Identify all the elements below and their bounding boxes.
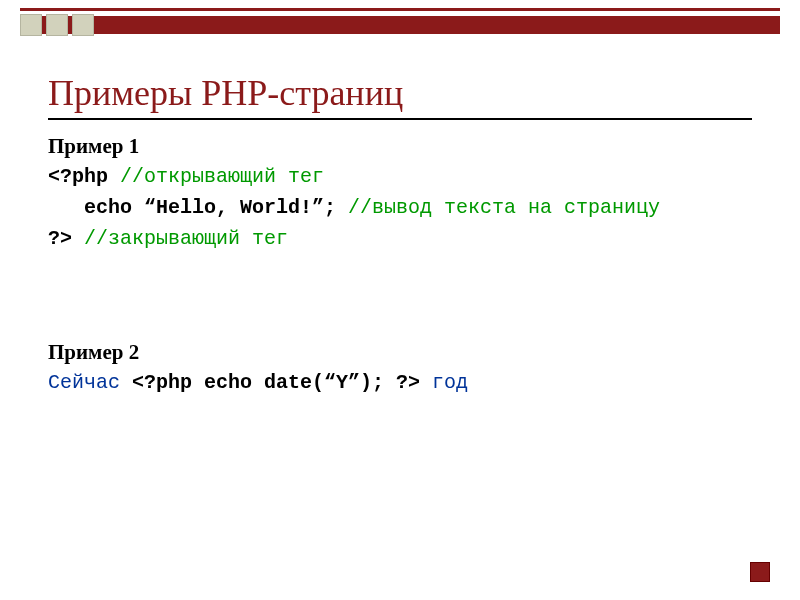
code-line: echo “Hello, World!”; //вывод текста на …	[48, 192, 752, 223]
code-line: Сейчас <?php echo date(“Y”); ?> год	[48, 367, 752, 398]
example1-label: Пример 1	[48, 134, 752, 159]
code-comment: //вывод текста на страницу	[336, 196, 660, 219]
indent	[48, 196, 84, 219]
header-squares	[20, 14, 94, 36]
code-comment: //закрывающий тег	[84, 227, 288, 250]
text-post: год	[420, 371, 468, 394]
text-pre: Сейчас	[48, 371, 132, 394]
example2-label: Пример 2	[48, 340, 752, 365]
decor-square	[20, 14, 42, 36]
code-line: <?php //открывающий тег	[48, 161, 752, 192]
code-comment: //открывающий тег	[120, 165, 324, 188]
decor-square	[72, 14, 94, 36]
header-thin-line	[20, 8, 780, 11]
decor-square	[46, 14, 68, 36]
code-line: ?> //закрывающий тег	[48, 223, 752, 254]
php-close-tag: ?>	[48, 227, 84, 250]
php-open-tag: <?php	[48, 165, 120, 188]
slide-title: Примеры PHP-страниц	[48, 72, 752, 120]
footer-square	[750, 562, 770, 582]
code-php-date: <?php echo date(“Y”); ?>	[132, 371, 420, 394]
slide-content: Примеры PHP-страниц Пример 1 <?php //отк…	[48, 72, 752, 398]
spacer	[48, 254, 752, 326]
header-thick-block	[20, 16, 780, 34]
code-echo: echo “Hello, World!”;	[84, 196, 336, 219]
header-bar	[20, 8, 780, 34]
